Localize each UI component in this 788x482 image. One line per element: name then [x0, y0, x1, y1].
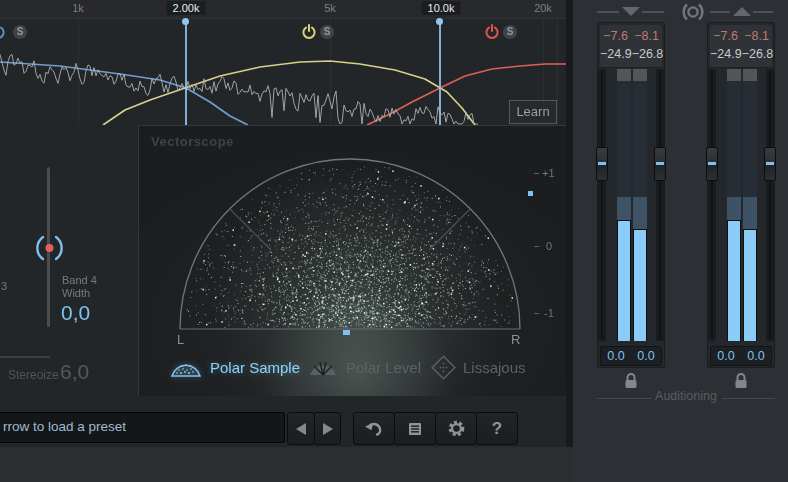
stereoize-divider [0, 356, 50, 358]
band3-power-icon[interactable] [301, 24, 317, 40]
band3-label-fragment: 3 [1, 280, 7, 292]
band4-label: Band 4 [62, 274, 97, 286]
header-line [597, 11, 619, 13]
input-meter-bar-right [633, 69, 647, 341]
scope-level-marker [528, 191, 533, 196]
input-fader-rail-right[interactable] [656, 69, 664, 341]
vectorscope-panel: Vectorscope +1 0 -1 L R [138, 125, 569, 396]
output-level-readout: −7.6 −8.1 −24.9 −26.8 [710, 25, 772, 68]
plugin-window: 1k 2.00k 5k 10.0k 20k S S S [0, 0, 788, 482]
header-line [642, 11, 664, 13]
crossover-line-10k[interactable] [439, 22, 441, 125]
band4-power-icon[interactable] [484, 24, 500, 40]
preset-text: rrow to load a preset [3, 419, 126, 434]
preset-field[interactable]: rrow to load a preset [0, 412, 285, 443]
input-rms-right: −26.8 [632, 47, 664, 61]
prev-arrow-icon [296, 423, 306, 435]
freq-label-20k: 20k [534, 2, 552, 14]
input-gain-right: 0.0 [637, 349, 654, 363]
output-gain-fader-right[interactable] [764, 147, 776, 181]
output-meter-bar-right [743, 69, 757, 341]
auditioning-line [722, 398, 775, 399]
band4-solo-button[interactable]: S [503, 25, 517, 39]
preset-prev-button[interactable] [287, 412, 315, 445]
input-collapse-icon[interactable] [622, 7, 640, 16]
stereoize-label: Stereoize [8, 368, 59, 382]
freq-label-1k: 1k [72, 2, 84, 14]
header-line [710, 11, 730, 13]
output-fader-rail-right[interactable] [766, 69, 774, 341]
scope-tick-minus1 [534, 313, 539, 314]
crossover-handle-2k[interactable] [182, 18, 189, 25]
band3-solo-button[interactable]: S [320, 25, 334, 39]
preset-next-button[interactable] [314, 412, 341, 445]
vectorscope-title: Vectorscope [151, 134, 234, 149]
stereo-link-icon[interactable] [679, 3, 707, 21]
output-gain-right: 0.0 [747, 349, 764, 363]
input-lock-icon[interactable] [623, 371, 639, 390]
scope-scale-zero: 0 [546, 240, 552, 252]
output-peak-right: −8.1 [744, 29, 769, 43]
output-gain-readout[interactable]: 0.0 0.0 [710, 346, 772, 366]
main-panel: 1k 2.00k 5k 10.0k 20k S S S [0, 0, 568, 447]
preset-manager-button[interactable] [394, 412, 436, 445]
output-meter-bar-left [727, 69, 741, 341]
gridline-1k [78, 19, 79, 125]
crossover-freq-label-2k[interactable]: 2.00k [167, 1, 206, 15]
input-fader-rail-left[interactable] [598, 69, 606, 341]
output-gain-fader-left[interactable] [706, 147, 718, 181]
output-rms-left: −24.9 [710, 47, 742, 61]
output-lock-icon[interactable] [733, 371, 749, 390]
output-gain-left: 0.0 [717, 349, 734, 363]
metering-panel: −7.6 −8.1 −24.9 −26.8 [573, 0, 788, 482]
tab-polar-level[interactable]: Polar Level [307, 350, 421, 384]
output-peak-left: −7.6 [713, 29, 738, 43]
band4-width-slider-handle[interactable] [34, 233, 65, 263]
input-meter-bar-left [617, 69, 631, 341]
auditioning-line [597, 398, 651, 399]
input-rms-left: −24.9 [600, 47, 632, 61]
input-gain-fader-right[interactable] [654, 147, 666, 181]
help-button[interactable]: ? [476, 412, 518, 445]
output-expand-icon[interactable] [733, 7, 751, 16]
input-level-readout: −7.6 −8.1 −24.9 −26.8 [600, 25, 662, 68]
crossover-freq-label-10k[interactable]: 10.0k [422, 1, 461, 15]
undo-button[interactable] [353, 412, 395, 445]
frequency-ruler: 1k 2.00k 5k 10.0k 20k [0, 0, 568, 19]
freq-label-5k: 5k [324, 2, 336, 14]
band1-power-icon[interactable] [0, 24, 6, 40]
band4-width-label: Width [62, 287, 90, 299]
tab-lissajous-label: Lissajous [463, 359, 526, 376]
settings-button[interactable] [435, 412, 477, 445]
input-gain-fader-left[interactable] [596, 147, 608, 181]
polar-level-icon [307, 356, 339, 378]
crossover-line-2k[interactable] [185, 22, 187, 125]
header-line [753, 11, 773, 13]
input-peak-left: −7.6 [603, 29, 628, 43]
output-meter-group: −7.6 −8.1 −24.9 −26.8 [707, 22, 775, 368]
spectrum-analyzer [0, 18, 568, 125]
output-rms-right: −26.8 [742, 47, 774, 61]
band4-width-value[interactable]: 0,0 [61, 301, 90, 325]
stereoize-value[interactable]: 6,0 [60, 360, 89, 384]
panel-divider [566, 0, 573, 447]
tab-polar-sample-label: Polar Sample [210, 359, 300, 376]
tab-polar-level-label: Polar Level [346, 359, 421, 376]
input-gain-readout[interactable]: 0.0 0.0 [600, 346, 662, 366]
output-fader-rail-left[interactable] [708, 69, 716, 341]
list-icon [407, 421, 423, 437]
tab-lissajous[interactable]: Lissajous [431, 350, 526, 384]
spectrum-right-edge [557, 19, 558, 125]
output-meter-zone [708, 69, 774, 342]
auditioning-label: Auditioning [597, 389, 775, 403]
input-gain-left: 0.0 [607, 349, 624, 363]
crossover-handle-10k[interactable] [436, 18, 443, 25]
scope-scale-plus1: +1 [542, 167, 555, 179]
gear-icon [447, 419, 466, 438]
band1-solo-button[interactable]: S [13, 25, 27, 39]
tab-polar-sample[interactable]: Polar Sample [169, 350, 300, 384]
scope-right-label: R [511, 332, 520, 347]
learn-button[interactable]: Learn [509, 100, 557, 124]
next-arrow-icon [323, 423, 333, 435]
scope-tick-zero [534, 246, 539, 247]
